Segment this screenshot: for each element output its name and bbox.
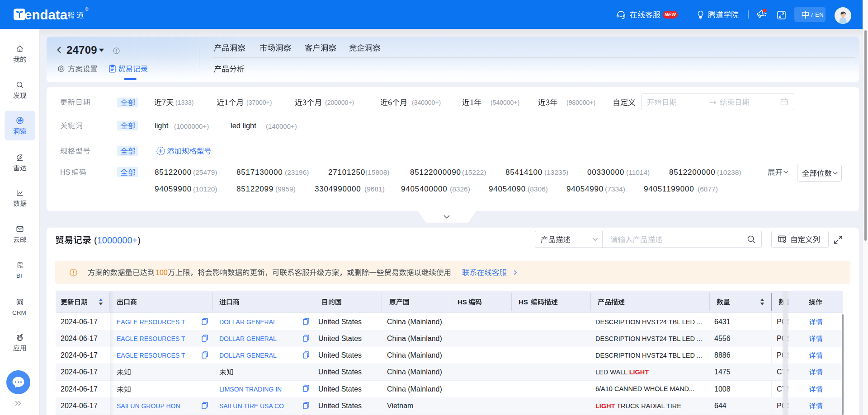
svg-text:BI: BI (20, 265, 23, 269)
